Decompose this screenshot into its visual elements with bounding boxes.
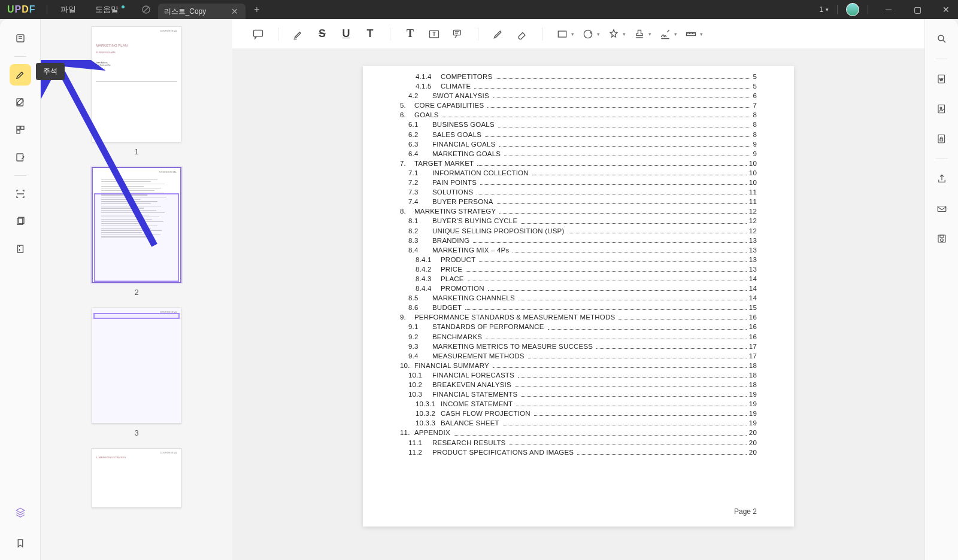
toc-entry[interactable]: 10.3.1INCOME STATEMENT19 — [416, 399, 757, 409]
toc-entry[interactable]: 8.2UNIQUE SELLING PROPOSITION (USP)12 — [408, 226, 757, 236]
callout-tool[interactable] — [448, 24, 468, 44]
toc-page: 19 — [749, 399, 757, 409]
toc-entry[interactable]: 6.GOALS8 — [400, 110, 757, 120]
toc-entry[interactable]: 11.2PRODUCT SPECIFICATIONS AND IMAGES20 — [408, 448, 757, 457]
toc-entry[interactable]: 7.2PAIN POINTS10 — [408, 178, 757, 187]
user-avatar[interactable] — [846, 3, 859, 16]
tab-home[interactable] — [134, 5, 158, 14]
toc-number: 8.3 — [408, 236, 431, 245]
window-maximize[interactable]: ▢ — [905, 0, 929, 19]
layers-button[interactable] — [10, 501, 31, 523]
menu-help[interactable]: 도움말 — [86, 4, 128, 15]
email-button[interactable] — [932, 199, 952, 219]
toc-entry[interactable]: 6.2SALES GOALS8 — [408, 130, 757, 139]
compress-icon — [15, 244, 26, 254]
menu-file[interactable]: 파일 — [51, 4, 86, 15]
thumbnail-3[interactable]: CONFIDENTIAL 3 — [41, 308, 232, 437]
toc-title: PERFORMANCE STANDARDS & MEASUREMENT METH… — [413, 312, 615, 322]
document-page[interactable]: 4.1.4COMPETITORS54.1.5CLIMATE54.2SWOT AN… — [363, 66, 794, 526]
measure-tool[interactable]: ▾ — [681, 24, 703, 44]
toc-entry[interactable]: 8.4.4PROMOTION14 — [416, 284, 757, 293]
comment-tool[interactable] — [248, 24, 268, 44]
toc-entry[interactable]: 8.4MARKETING MIX – 4Ps13 — [408, 245, 757, 255]
toc-entry[interactable]: 8.4.1PRODUCT13 — [416, 255, 757, 264]
eraser-tool[interactable] — [512, 24, 532, 44]
toc-entry[interactable]: 8.4.2PRICE13 — [416, 264, 757, 274]
toc-page: 13 — [749, 245, 757, 255]
toc-entry[interactable]: 8.6BUDGET15 — [408, 303, 757, 312]
stamp-approved-tool[interactable]: ▾ — [629, 24, 651, 44]
toc-page: 6 — [753, 91, 757, 101]
toc-entry[interactable]: 10.3FINANCIAL STATEMENTS19 — [408, 389, 757, 399]
toc-entry[interactable]: 4.1.5CLIMATE5 — [416, 81, 757, 91]
textbox-tool[interactable] — [424, 24, 444, 44]
toc-entry[interactable]: 8.3BRANDING13 — [408, 236, 757, 245]
pencil-icon — [492, 28, 504, 40]
compress-button[interactable] — [10, 238, 31, 260]
toc-entry[interactable]: 11.1RESEARCH RESULTS20 — [408, 438, 757, 448]
toc-entry[interactable]: 10.1FINANCIAL FORECASTS18 — [408, 370, 757, 380]
tab-document[interactable]: 리스트_Copy ✕ — [158, 4, 246, 19]
toc-entry[interactable]: 10.2BREAKEVEN ANALYSIS18 — [408, 380, 757, 389]
toc-entry[interactable]: 6.3FINANCIAL GOALS9 — [408, 139, 757, 149]
annotate-button[interactable] — [10, 64, 31, 86]
thumbnail-1[interactable]: CONFIDENTIAL MARKETING PLAN BUSINESS NAM… — [41, 26, 232, 156]
toc-entry[interactable]: 10.FINANCIAL SUMMARY18 — [400, 361, 757, 370]
toc-entry[interactable]: 8.MARKETING STRATEGY12 — [400, 206, 757, 216]
underline-tool[interactable]: U — [336, 24, 356, 44]
toc-entry[interactable]: 10.3.2CASH FLOW PROJECTION19 — [416, 409, 757, 418]
toc-entry[interactable]: 6.4MARKETING GOALS9 — [408, 149, 757, 159]
toc-entry[interactable]: 9.PERFORMANCE STANDARDS & MEASUREMENT ME… — [400, 312, 757, 322]
protect-button[interactable] — [932, 129, 952, 149]
window-close[interactable]: ✕ — [934, 0, 958, 19]
toc-entry[interactable]: 5.CORE CAPABILITIES7 — [400, 101, 757, 110]
tab-add[interactable]: + — [245, 4, 268, 15]
share-button[interactable] — [932, 169, 952, 189]
stamp-tool[interactable]: ▾ — [604, 24, 626, 44]
toc-entry[interactable]: 8.5MARKETING CHANNELS14 — [408, 293, 757, 303]
toc-entry[interactable]: 7.4BUYER PERSONA11 — [408, 197, 757, 206]
form-button[interactable] — [10, 147, 31, 168]
toc-entry[interactable]: 6.1BUSINESS GOALS8 — [408, 120, 757, 129]
toc-entry[interactable]: 9.1STANDARDS OF PERFORMANCE16 — [408, 322, 757, 331]
toc-number: 6.4 — [408, 149, 431, 159]
toc-entry[interactable]: 4.1.4COMPETITORS5 — [416, 72, 757, 81]
sticker-tool[interactable]: ▾ — [578, 24, 600, 44]
text-tool[interactable]: T — [400, 24, 420, 44]
shape-tool[interactable]: ▾ — [552, 24, 574, 44]
toc-entry[interactable]: 9.2BENCHMARKS16 — [408, 332, 757, 342]
strikethrough-tool[interactable]: S — [312, 24, 332, 44]
tab-close[interactable]: ✕ — [230, 7, 240, 16]
export-word-button[interactable]: W — [932, 69, 952, 89]
squiggly-tool[interactable]: T — [360, 24, 380, 44]
toc-entry[interactable]: 7.1INFORMATION COLLECTION10 — [408, 168, 757, 178]
toc-entry[interactable]: 8.4.3PLACE14 — [416, 274, 757, 284]
toc-entry[interactable]: 10.3.3BALANCE SHEET19 — [416, 418, 757, 428]
svg-rect-12 — [454, 30, 461, 35]
toc-title: BUDGET — [431, 303, 462, 312]
toc-entry[interactable]: 8.1BUYER'S BUYING CYCLE12 — [408, 216, 757, 226]
toc-entry[interactable]: 9.4MEASUREMENT METHODS17 — [408, 351, 757, 361]
page-indicator[interactable]: 1 ▾ — [819, 5, 829, 14]
thumbnail-2[interactable]: CONFIDENTIAL 2 — [41, 167, 232, 297]
export-image-button[interactable] — [932, 99, 952, 119]
toc-entry[interactable]: 7.TARGET MARKET10 — [400, 159, 757, 168]
signature-tool[interactable]: ▾ — [655, 24, 677, 44]
thumbnail-4[interactable]: CONFIDENTIAL 4. MARKETING STRATEGY — [41, 448, 232, 508]
toc-entry[interactable]: 4.2SWOT ANALYSIS6 — [408, 91, 757, 101]
ocr-button[interactable] — [10, 183, 31, 205]
toc-entry[interactable]: 9.3MARKETING METRICS TO MEASURE SUCCESS1… — [408, 342, 757, 351]
pencil-tool[interactable] — [488, 24, 508, 44]
crop-button[interactable] — [10, 211, 31, 232]
toc-entry[interactable]: 7.3SOLUTIONS11 — [408, 187, 757, 197]
window-minimize[interactable]: ─ — [877, 0, 901, 19]
search-button[interactable] — [932, 29, 952, 49]
toc-entry[interactable]: 11.APPENDIX20 — [400, 428, 757, 437]
organize-button[interactable] — [10, 119, 31, 141]
toc-title: TARGET MARKET — [413, 159, 474, 168]
print-button[interactable] — [932, 229, 952, 249]
edit-button[interactable] — [10, 92, 31, 113]
bookmark-button[interactable] — [10, 532, 31, 554]
highlight-tool[interactable] — [288, 24, 308, 44]
reader-mode-button[interactable] — [10, 28, 31, 49]
